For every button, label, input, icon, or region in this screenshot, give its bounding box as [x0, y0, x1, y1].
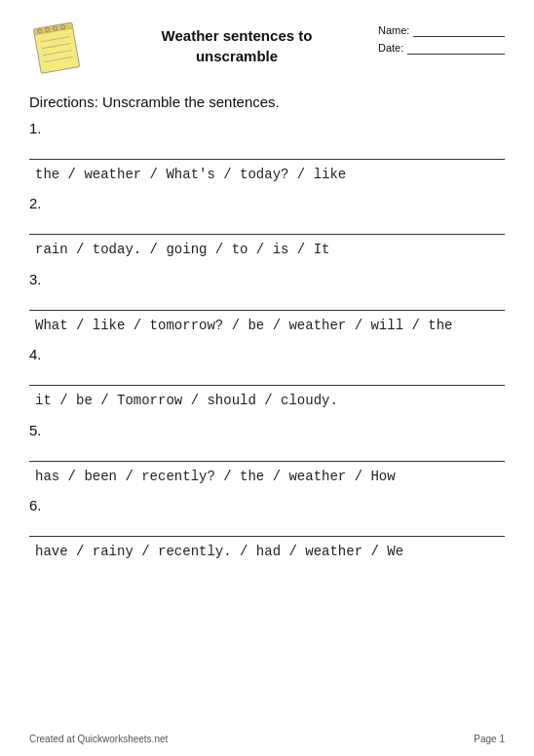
header: Weather sentences to unscramble Name: Da…: [29, 19, 505, 76]
notebook-icon: [29, 19, 86, 76]
scrambled-words-5: has / been / recently? / the / weather /…: [29, 466, 505, 487]
footer: Created at Quickworksheets.net Page 1: [29, 734, 505, 744]
question-number-6: 6.: [29, 497, 505, 513]
name-field-row: Name:: [378, 23, 505, 37]
question-block-4: 4.it / be / Tomorrow / should / cloudy.: [29, 346, 505, 411]
worksheet-title: Weather sentences to unscramble: [95, 25, 378, 66]
question-number-3: 3.: [29, 271, 505, 287]
name-underline: [413, 23, 505, 37]
scrambled-words-2: rain / today. / going / to / is / It: [29, 239, 505, 260]
title-block: Weather sentences to unscramble: [95, 19, 378, 66]
date-label: Date:: [378, 42, 403, 54]
question-number-4: 4.: [29, 346, 505, 362]
question-number-1: 1.: [29, 120, 505, 136]
footer-left: Created at Quickworksheets.net: [29, 734, 168, 744]
name-date-block: Name: Date:: [378, 19, 505, 58]
scrambled-words-6: have / rainy / recently. / had / weather…: [29, 541, 505, 562]
scrambled-words-4: it / be / Tomorrow / should / cloudy.: [29, 390, 505, 411]
question-block-1: 1.the / weather / What's / today? / like: [29, 120, 505, 185]
question-number-2: 2.: [29, 195, 505, 211]
question-block-3: 3.What / like / tomorrow? / be / weather…: [29, 271, 505, 336]
question-block-2: 2.rain / today. / going / to / is / It: [29, 195, 505, 260]
answer-line-6[interactable]: [29, 515, 505, 537]
page: Weather sentences to unscramble Name: Da…: [0, 0, 534, 756]
question-number-5: 5.: [29, 422, 505, 438]
date-field-row: Date:: [378, 41, 505, 55]
footer-right: Page 1: [474, 734, 505, 744]
question-block-6: 6.have / rainy / recently. / had / weath…: [29, 497, 505, 562]
answer-line-4[interactable]: [29, 364, 505, 386]
directions: Directions: Unscramble the sentences.: [29, 94, 505, 110]
questions-list: 1.the / weather / What's / today? / like…: [29, 120, 505, 562]
date-underline: [407, 41, 505, 55]
answer-line-3[interactable]: [29, 289, 505, 311]
name-label: Name:: [378, 24, 409, 36]
answer-line-5[interactable]: [29, 440, 505, 462]
question-block-5: 5.has / been / recently? / the / weather…: [29, 422, 505, 487]
answer-line-2[interactable]: [29, 213, 505, 235]
scrambled-words-1: the / weather / What's / today? / like: [29, 164, 505, 185]
scrambled-words-3: What / like / tomorrow? / be / weather /…: [29, 315, 505, 336]
answer-line-1[interactable]: [29, 138, 505, 160]
